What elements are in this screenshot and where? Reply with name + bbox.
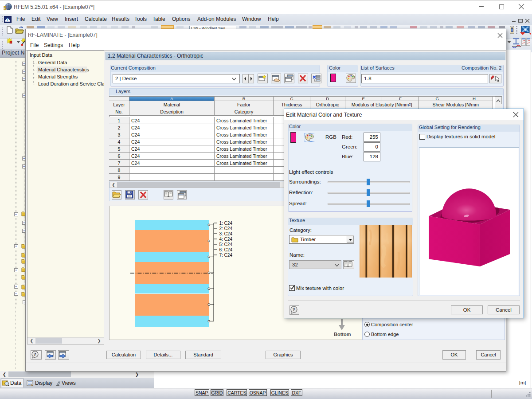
svg-text:5: 5 xyxy=(4,5,7,11)
svg-text:?: ? xyxy=(293,307,295,312)
svg-text:?: ? xyxy=(34,352,36,357)
